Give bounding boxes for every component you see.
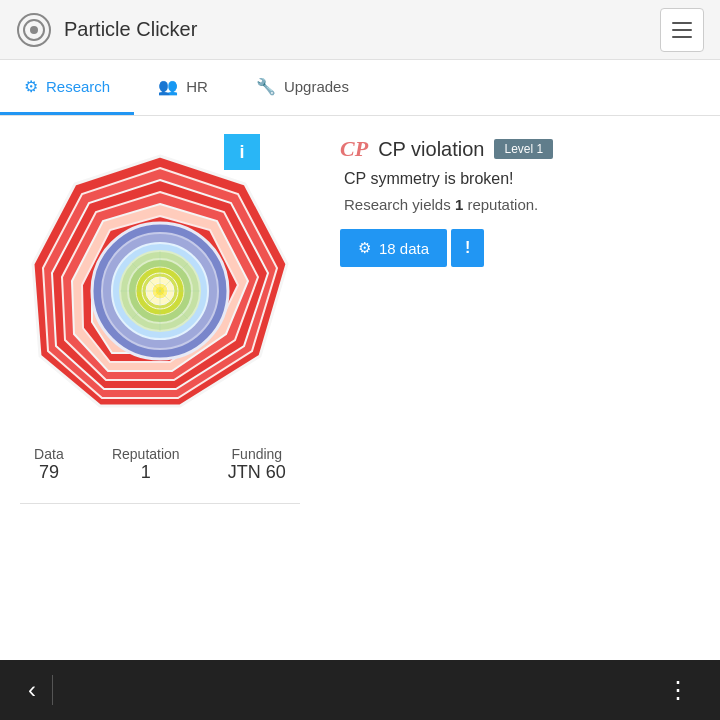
yield-text: Research yields [344,196,455,213]
data-button[interactable]: ⚙ 18 data [340,229,447,267]
research-description: CP symmetry is broken! [344,170,700,188]
cp-violation-icon: CP [340,136,368,162]
yield-suffix: reputation. [463,196,538,213]
research-name: CP violation [378,138,484,161]
app-logo [16,12,52,48]
hamburger-icon [672,22,692,24]
app-title: Particle Clicker [64,18,197,41]
hr-tab-label: HR [186,78,208,95]
research-tab-label: Research [46,78,110,95]
level-badge: Level 1 [494,139,553,159]
upgrades-tab-icon: 🔧 [256,77,276,96]
upgrades-tab-label: Upgrades [284,78,349,95]
more-button[interactable]: ⋮ [658,668,700,712]
hamburger-icon [672,36,692,38]
tab-research[interactable]: ⚙ Research [0,60,134,115]
data-button-label: 18 data [379,240,429,257]
tab-hr[interactable]: 👥 HR [134,60,232,115]
nav-divider [52,675,53,705]
stat-data: Data 79 [34,446,64,483]
svg-point-2 [30,26,38,34]
reputation-value: 1 [141,462,151,483]
menu-button[interactable] [660,8,704,52]
exclaim-button[interactable]: ! [451,229,484,267]
data-label: Data [34,446,64,462]
reputation-label: Reputation [112,446,180,462]
app-bar: Particle Clicker [0,0,720,60]
particle-diagram [20,146,300,426]
research-tab-icon: ⚙ [24,77,38,96]
tab-bar: ⚙ Research 👥 HR 🔧 Upgrades [0,60,720,116]
action-row: ⚙ 18 data ! [340,229,700,267]
divider [20,503,300,504]
hr-tab-icon: 👥 [158,77,178,96]
research-yield: Research yields 1 reputation. [344,196,700,213]
funding-value: JTN 60 [228,462,286,483]
stat-funding: Funding JTN 60 [228,446,286,483]
right-panel: CP CP violation Level 1 CP symmetry is b… [320,116,720,660]
stats-row: Data 79 Reputation 1 Funding JTN 60 [0,426,320,493]
tab-upgrades[interactable]: 🔧 Upgrades [232,60,373,115]
left-panel: i [0,116,320,660]
back-button[interactable]: ‹ [20,668,44,712]
research-item-header: CP CP violation Level 1 [340,136,700,162]
app-bar-left: Particle Clicker [16,12,197,48]
bottom-bar: ‹ ⋮ [0,660,720,720]
info-button[interactable]: i [224,134,260,170]
yield-value: 1 [455,196,463,213]
hamburger-icon [672,29,692,31]
particle-visual[interactable] [20,146,300,426]
data-value: 79 [39,462,59,483]
gear-icon: ⚙ [358,239,371,257]
main-content: i [0,116,720,660]
research-item-cp-violation: CP CP violation Level 1 CP symmetry is b… [340,136,700,267]
stat-reputation: Reputation 1 [112,446,180,483]
funding-label: Funding [232,446,283,462]
